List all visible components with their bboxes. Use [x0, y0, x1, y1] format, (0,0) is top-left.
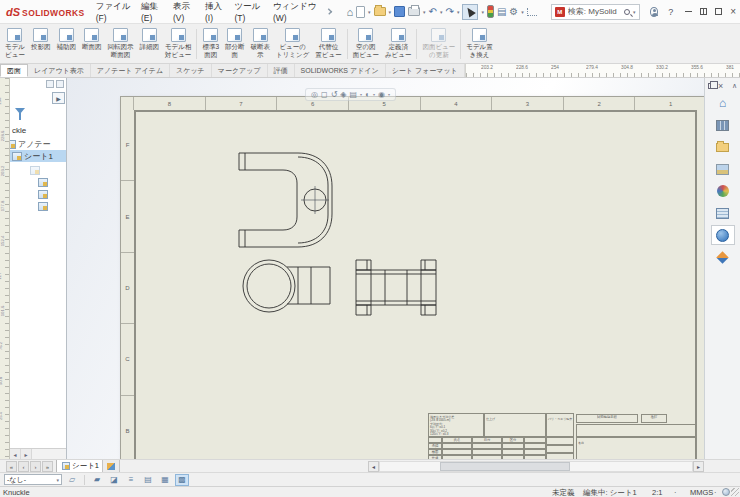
sketch-tools-icon[interactable] [527, 8, 537, 16]
replace-model-button[interactable]: モデル置き換え [463, 26, 495, 62]
tab-drawing[interactable]: 図面 [0, 64, 28, 77]
open-dropdown-icon[interactable]: ▾ [389, 9, 392, 15]
line-color-icon[interactable]: ▰ [90, 474, 104, 486]
rebuild-icon[interactable] [487, 5, 494, 18]
undo-dropdown-icon[interactable]: ▾ [440, 9, 443, 15]
redo-dropdown-icon[interactable]: ▾ [457, 9, 460, 15]
search-box[interactable]: M 検索: MySolid ▾ [551, 4, 640, 20]
menu-tools[interactable]: ツール(T) [229, 1, 268, 23]
new-document-icon[interactable] [356, 6, 365, 18]
tree-item-drawing-view2[interactable] [10, 188, 67, 200]
auxiliary-view-button[interactable]: 補助図 [53, 26, 79, 62]
hide-edge-icon[interactable]: ▦ [158, 474, 172, 486]
section-view-button[interactable]: 断面図 [79, 26, 105, 62]
tree-item-annotations[interactable]: アノテー [10, 138, 67, 150]
display-style-dropdown-icon[interactable]: ▾ [373, 92, 375, 97]
print-icon[interactable] [408, 7, 420, 16]
tab-markup[interactable]: マークアップ [212, 64, 268, 77]
login-account-icon[interactable] [650, 7, 659, 17]
task-pane-design-library-button[interactable] [711, 115, 735, 135]
tree-item-sheet1[interactable]: シート1 [10, 150, 67, 162]
search-dropdown-icon[interactable]: ▾ [633, 9, 636, 15]
tab-sketch[interactable]: スケッチ [170, 64, 212, 77]
line-style-icon[interactable]: ▤ [141, 474, 155, 486]
panel-horizontal-scrollbar[interactable]: ◂ ▸ [10, 448, 67, 459]
tile-windows-button[interactable] [700, 8, 707, 15]
first-sheet-icon[interactable]: « [6, 461, 17, 472]
scroll-right-icon[interactable]: ▸ [21, 449, 32, 459]
task-pane-appearances-button[interactable] [711, 181, 735, 201]
menu-insert[interactable]: 挿入(I) [200, 1, 229, 23]
resize-grip[interactable] [731, 488, 739, 496]
scroll-up-icon[interactable]: ∧ [732, 82, 737, 90]
open-icon[interactable] [374, 7, 386, 16]
home-icon[interactable]: ⌂ [346, 5, 353, 19]
restore-window-icon[interactable] [708, 83, 714, 89]
color-display-mode-icon[interactable]: ▩ [175, 474, 189, 486]
tree-item-drawing-view3[interactable] [10, 200, 67, 212]
panel-tab-icon[interactable] [46, 80, 54, 88]
empty-drawing-view-button[interactable]: 空の図面ビュー [350, 26, 382, 62]
save-icon[interactable] [394, 6, 405, 17]
model-view-button[interactable]: モデルビュー [2, 26, 28, 62]
relative-view-button[interactable]: モデル相対ビュー [162, 26, 194, 62]
tree-item-drawing-view1[interactable] [10, 176, 67, 188]
horizontal-scrollbar[interactable]: ◂ ▸ [368, 461, 704, 472]
display-style-icon[interactable]: ◐ [365, 90, 370, 99]
zoom-area-icon[interactable]: ◻ [321, 90, 328, 99]
zoom-fit-icon[interactable]: ◎ [311, 90, 318, 99]
pin-menu-icon[interactable] [326, 8, 332, 14]
scrollbar-track[interactable] [379, 461, 693, 472]
scrollbar-thumb[interactable] [440, 462, 570, 471]
standard-3-view-button[interactable]: 標準3面図 [199, 26, 222, 62]
removed-section-button[interactable]: 回転図示断面図 [104, 26, 136, 62]
layer-combo[interactable]: -なし-▾ [4, 474, 62, 485]
maximize-button[interactable] [715, 8, 722, 15]
task-pane-file-explorer-button[interactable] [711, 137, 735, 157]
tab-sheet-format[interactable]: シート フォーマット [386, 64, 465, 77]
view-orientation-dropdown-icon[interactable]: ▾ [360, 92, 362, 97]
task-pane-custom-properties-button[interactable] [711, 203, 735, 223]
detail-view-button[interactable]: 詳細図 [136, 26, 162, 62]
menu-edit[interactable]: 編集(E) [136, 1, 168, 23]
view-orientation-icon[interactable]: ▤ [349, 90, 357, 99]
status-units[interactable]: MMGS [690, 488, 713, 497]
undo-icon[interactable]: ↶ [429, 5, 437, 19]
menu-window[interactable]: ウィンドウ(W) [268, 1, 322, 23]
options-dropdown-icon[interactable]: ▾ [521, 9, 524, 15]
scroll-right-icon[interactable]: ▸ [693, 461, 704, 472]
hide-show-items-icon[interactable]: ◉ [378, 90, 385, 99]
tab-annotation[interactable]: アノテート アイテム [91, 64, 170, 77]
drawing-views[interactable] [67, 78, 704, 459]
filter-funnel-icon[interactable] [15, 108, 25, 114]
options-gear-icon[interactable]: ⚙ [509, 5, 518, 19]
projected-view-button[interactable]: 投影図 [28, 26, 54, 62]
redo-icon[interactable]: ↷ [445, 5, 453, 19]
task-pane-forum-button[interactable] [711, 225, 735, 245]
menu-file[interactable]: ファイル(F) [91, 1, 136, 23]
menu-view[interactable]: 表示(V) [168, 1, 200, 23]
next-sheet-icon[interactable]: › [30, 461, 41, 472]
task-pane-marketplace-button[interactable] [711, 247, 735, 267]
layer-properties-icon[interactable]: ▱ [65, 474, 79, 486]
last-sheet-icon[interactable]: » [42, 461, 53, 472]
flyout-arrow-button[interactable]: ▶ [52, 92, 65, 104]
edge-color-icon[interactable]: ◪ [107, 474, 121, 486]
line-thickness-icon[interactable]: ≡ [124, 474, 138, 486]
task-pane-resources-button[interactable]: ⌂ [711, 93, 735, 113]
prev-sheet-icon[interactable]: ‹ [18, 461, 29, 472]
select-dropdown-icon[interactable]: ▾ [481, 9, 484, 15]
predefined-view-button[interactable]: 定義済みビュー [382, 26, 414, 62]
status-globe-icon[interactable] [722, 488, 730, 496]
tab-view-layout[interactable]: レイアウト表示 [28, 64, 91, 77]
panel-tab-icon[interactable] [56, 80, 64, 88]
select-tool-button[interactable] [462, 4, 478, 20]
break-view-button[interactable]: 破断表示 [248, 26, 274, 62]
file-properties-icon[interactable]: ▤ [497, 5, 506, 19]
tab-evaluate[interactable]: 評価 [268, 64, 295, 77]
alternate-position-view-button[interactable]: 代替位置ビュー [312, 26, 344, 62]
previous-view-icon[interactable]: ↺ [331, 90, 338, 99]
graphics-area[interactable]: 8 7 6 5 4 3 2 1 F E D C B [67, 78, 704, 459]
tree-item-document[interactable]: ckle [10, 124, 67, 136]
tab-sw-addins[interactable]: SOLIDWORKS アドイン [295, 64, 386, 77]
